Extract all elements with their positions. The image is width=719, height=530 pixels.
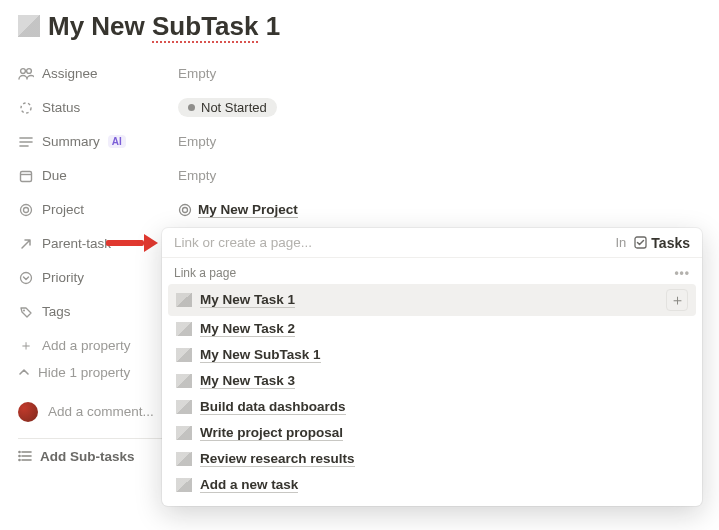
add-subitem-button[interactable]: ＋: [666, 289, 688, 311]
svg-point-2: [21, 103, 31, 113]
prop-label-assignee: Assignee: [18, 66, 178, 81]
lines-icon: [18, 136, 34, 148]
link-option[interactable]: Build data dashboards: [168, 394, 696, 420]
page-icon: [176, 426, 192, 440]
more-icon[interactable]: •••: [674, 266, 690, 280]
prop-label-due: Due: [18, 168, 178, 183]
prop-assignee[interactable]: Assignee Empty: [18, 59, 701, 89]
prop-status[interactable]: Status Not Started: [18, 93, 701, 123]
list-icon: [18, 450, 32, 462]
plus-icon: ＋: [18, 337, 34, 355]
svg-point-11: [183, 207, 188, 212]
link-option-label: Review research results: [200, 451, 355, 467]
status-icon: [18, 101, 34, 115]
title-part: 1: [258, 11, 280, 41]
svg-point-10: [180, 204, 191, 215]
prop-label-project: Project: [18, 202, 178, 217]
page-icon: [176, 322, 192, 336]
link-option-label: My New SubTask 1: [200, 347, 321, 363]
link-option[interactable]: My New SubTask 1: [168, 342, 696, 368]
link-option-label: Build data dashboards: [200, 399, 346, 415]
svg-rect-6: [21, 171, 32, 181]
prop-value-due[interactable]: Empty: [178, 168, 216, 183]
target-icon: [18, 203, 34, 217]
link-option-label: My New Task 3: [200, 373, 295, 389]
prop-value-assignee[interactable]: Empty: [178, 66, 216, 81]
ai-badge: AI: [108, 135, 126, 148]
prop-label-status: Status: [18, 100, 178, 115]
tag-icon: [18, 305, 34, 319]
arrow-up-right-icon: [18, 238, 34, 250]
prop-value-status[interactable]: Not Started: [178, 98, 277, 117]
target-icon: [178, 203, 192, 217]
prop-label-tags: Tags: [18, 304, 178, 319]
svg-point-13: [23, 309, 25, 311]
database-chip[interactable]: Tasks: [634, 235, 690, 251]
page-icon: [176, 400, 192, 414]
title-spellcheck: SubTask: [152, 11, 258, 43]
prop-due[interactable]: Due Empty: [18, 161, 701, 191]
chevron-up-icon: [18, 366, 30, 378]
in-label: In: [615, 235, 626, 250]
popover-search-row: In Tasks: [162, 228, 702, 258]
svg-point-0: [21, 68, 26, 73]
page-icon: [176, 348, 192, 362]
prop-summary[interactable]: Summary AI Empty: [18, 127, 701, 157]
link-option[interactable]: My New Task 3: [168, 368, 696, 394]
page-icon: [18, 15, 40, 37]
page-icon: [176, 374, 192, 388]
annotation-arrow: [106, 234, 158, 252]
svg-point-1: [27, 68, 32, 73]
popover-section-header: Link a page •••: [162, 258, 702, 284]
link-option[interactable]: My New Task 2: [168, 316, 696, 342]
people-icon: [18, 67, 34, 81]
link-option-label: My New Task 2: [200, 321, 295, 337]
page-icon: [176, 452, 192, 466]
link-option[interactable]: Review research results: [168, 446, 696, 472]
svg-point-19: [19, 460, 20, 461]
status-dot-icon: [188, 104, 195, 111]
prop-label-summary: Summary AI: [18, 134, 178, 149]
page-title[interactable]: My New SubTask 1: [48, 12, 280, 41]
svg-point-17: [19, 452, 20, 453]
svg-point-18: [19, 456, 20, 457]
checkbox-icon: [634, 236, 647, 249]
parent-task-popover: In Tasks Link a page ••• My New Task 1 ＋…: [162, 228, 702, 506]
link-option-label: My New Task 1: [200, 292, 295, 308]
page-icon: [176, 293, 192, 307]
link-option[interactable]: Add a new task: [168, 472, 696, 498]
svg-point-9: [24, 207, 29, 212]
prop-project[interactable]: Project My New Project: [18, 195, 701, 225]
prop-value-summary[interactable]: Empty: [178, 134, 216, 149]
title-part: My New: [48, 11, 152, 41]
avatar: [18, 402, 38, 422]
svg-point-12: [21, 272, 32, 283]
svg-point-8: [21, 204, 32, 215]
link-option[interactable]: My New Task 1 ＋: [168, 284, 696, 316]
link-option-label: Write project proposal: [200, 425, 343, 441]
link-page-input[interactable]: [172, 234, 607, 251]
section-label: Link a page: [174, 266, 236, 280]
prop-value-project[interactable]: My New Project: [178, 202, 298, 218]
prop-label-priority: Priority: [18, 270, 178, 285]
popover-list: My New Task 1 ＋ My New Task 2 My New Sub…: [162, 284, 702, 506]
comment-placeholder: Add a comment...: [48, 404, 154, 419]
chevron-down-circle-icon: [18, 271, 34, 285]
status-pill: Not Started: [178, 98, 277, 117]
link-option-label: Add a new task: [200, 477, 298, 493]
link-option[interactable]: Write project proposal: [168, 420, 696, 446]
calendar-icon: [18, 169, 34, 183]
page-icon: [176, 478, 192, 492]
project-link[interactable]: My New Project: [198, 202, 298, 218]
